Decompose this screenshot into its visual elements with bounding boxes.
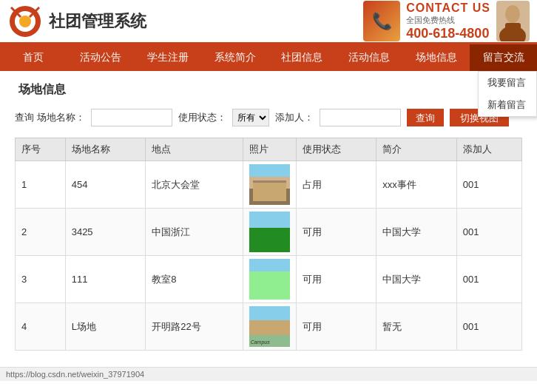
svg-rect-8 (505, 23, 521, 41)
nav-club[interactable]: 社团信息 (268, 44, 336, 71)
row-photo (243, 209, 296, 256)
logo-icon (7, 4, 43, 39)
phone-icon: 📞 (363, 1, 400, 41)
row-name: 454 (65, 161, 146, 209)
row-status: 可用 (296, 303, 376, 351)
row-adder: 001 (456, 209, 521, 256)
contact-sub: 全国免费热线 (406, 15, 490, 26)
row-intro: 中国大学 (376, 209, 457, 256)
col-name: 场地名称 (65, 138, 146, 161)
col-adder: 添加人 (456, 138, 521, 161)
col-location: 地点 (146, 138, 243, 161)
row-name: L场地 (65, 303, 146, 351)
row-photo (243, 303, 296, 351)
search-bar: 查询 场地名称： 使用状态： 所有 可用 占用 添加人： 查询 切换视图 (15, 109, 522, 126)
row-location: 开明路22号 (146, 303, 243, 351)
photo-3 (249, 259, 290, 300)
footer-url: https://blog.csdn.net/weixin_37971904 (6, 370, 144, 379)
main-content: 场地信息 查询 场地名称： 使用状态： 所有 可用 占用 添加人： 查询 切换视… (0, 71, 537, 367)
row-id: 4 (16, 303, 66, 351)
nav-intro[interactable]: 系统简介 (201, 44, 268, 71)
contact-us-label: CONTACT US (406, 1, 490, 15)
row-id: 1 (16, 161, 66, 209)
header: 社团管理系统 📞 CONTACT US 全国免费热线 400-618-4800 (0, 0, 537, 44)
row-name: 3425 (65, 209, 146, 256)
row-intro: 中国大学 (376, 256, 457, 303)
col-intro: 简介 (376, 138, 457, 161)
status-search-label: 使用状态： (178, 111, 226, 124)
svg-point-2 (19, 16, 31, 27)
row-location: 北京大会堂 (146, 161, 243, 209)
row-location: 中国浙江 (146, 209, 243, 256)
col-status: 使用状态 (296, 138, 376, 161)
photo-2 (249, 212, 290, 252)
status-select[interactable]: 所有 可用 占用 (232, 109, 269, 126)
row-photo (243, 256, 296, 303)
venue-search-label: 查询 场地名称： (15, 111, 85, 124)
site-title: 社团管理系统 (49, 10, 146, 33)
adder-search-label: 添加人： (275, 111, 314, 124)
table-row: 2 3425 中国浙江 可用 中国大学 001 (16, 209, 522, 256)
row-adder: 001 (456, 303, 521, 351)
row-name: 111 (65, 256, 146, 303)
dropdown-write-message[interactable]: 我要留言 (479, 72, 536, 94)
row-status: 占用 (296, 161, 376, 209)
table-row: 3 111 教室8 可用 中国大学 001 (16, 256, 522, 303)
row-location: 教室8 (146, 256, 243, 303)
nav-message-dropdown: 我要留言 新着留言 (478, 71, 537, 117)
photo-1 (249, 164, 290, 205)
table-row: 4 L场地 开明路22号 可用 暂无 001 (16, 303, 522, 351)
row-intro: 暂无 (376, 303, 457, 351)
nav-home[interactable]: 首页 (0, 44, 67, 71)
nav: 首页 活动公告 学生注册 系统简介 社团信息 活动信息 场地信息 留言交流 我要… (0, 44, 537, 71)
row-id: 3 (16, 256, 66, 303)
row-adder: 001 (456, 256, 521, 303)
svg-point-6 (505, 5, 520, 23)
person-image (496, 1, 530, 41)
query-button[interactable]: 查询 (407, 109, 444, 126)
nav-activities[interactable]: 活动公告 (67, 44, 135, 71)
nav-venue[interactable]: 场地信息 (403, 44, 470, 71)
row-status: 可用 (296, 209, 376, 256)
photo-4 (249, 306, 290, 347)
venue-table: 序号 场地名称 地点 照片 使用状态 简介 添加人 1 454 北京大会堂 占用… (15, 138, 522, 351)
page-title: 场地信息 (15, 82, 522, 98)
nav-activity-info[interactable]: 活动信息 (336, 44, 403, 71)
nav-register[interactable]: 学生注册 (135, 44, 202, 71)
row-status: 可用 (296, 256, 376, 303)
row-id: 2 (16, 209, 66, 256)
adder-input[interactable] (320, 109, 401, 126)
contact-info: CONTACT US 全国免费热线 400-618-4800 (406, 1, 490, 41)
contact-area: 📞 CONTACT US 全国免费热线 400-618-4800 (363, 1, 530, 41)
row-intro: xxx事件 (376, 161, 457, 209)
contact-phone: 400-618-4800 (406, 26, 490, 41)
nav-message[interactable]: 留言交流 我要留言 新着留言 (470, 44, 537, 71)
table-row: 1 454 北京大会堂 占用 xxx事件 001 (16, 161, 522, 209)
dropdown-new-message[interactable]: 新着留言 (479, 94, 536, 116)
col-photo: 照片 (243, 138, 296, 161)
status-bar: https://blog.csdn.net/weixin_37971904 (0, 367, 537, 381)
venue-name-input[interactable] (91, 109, 172, 126)
row-adder: 001 (456, 161, 521, 209)
row-photo (243, 161, 296, 209)
logo-area: 社团管理系统 (7, 4, 363, 39)
col-id: 序号 (16, 138, 66, 161)
